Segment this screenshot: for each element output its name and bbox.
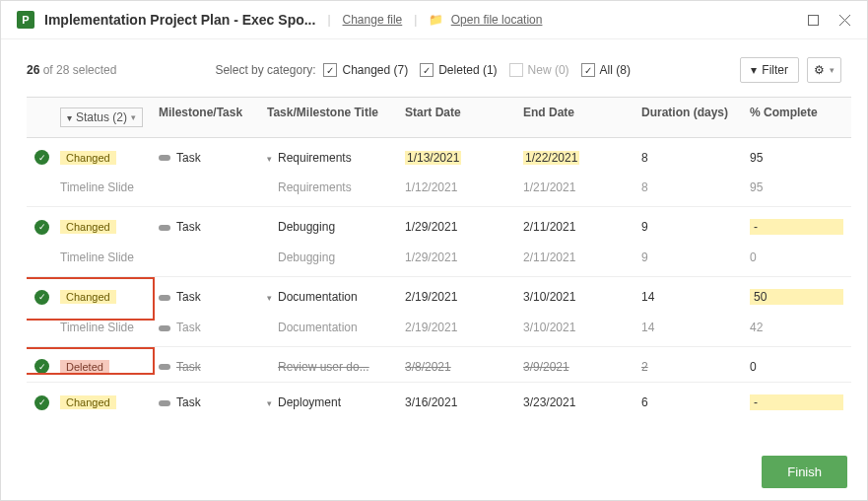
status-badge: Changed: [60, 151, 116, 165]
cell-duration: 14: [634, 282, 742, 312]
header-duration[interactable]: Duration (days): [634, 98, 742, 137]
cell-start: 3/8/2021: [397, 352, 515, 382]
status-badge: Changed: [60, 395, 116, 409]
header-type[interactable]: Milestone/Task: [151, 98, 259, 137]
task-pill-icon: [159, 364, 170, 370]
cell-type: Task: [151, 313, 259, 342]
cell-end: 3/10/2021: [515, 282, 634, 312]
check-circle-icon[interactable]: ✓: [34, 150, 49, 165]
finish-button[interactable]: Finish: [762, 456, 847, 488]
cell-type: [151, 179, 259, 195]
footer: Finish: [1, 444, 867, 500]
task-pill-icon: [159, 295, 170, 301]
cell-end: 1/21/2021: [515, 173, 634, 202]
table-row[interactable]: ✓ChangedTask▾Documentation2/19/20213/10/…: [27, 277, 851, 347]
maximize-button[interactable]: [806, 13, 820, 27]
table-row[interactable]: ✓ChangedTaskDebugging1/29/20212/11/20219…: [27, 207, 851, 277]
cell-duration: 6: [634, 418, 742, 424]
funnel-icon: ▾: [751, 63, 757, 77]
cell-type: Task: [151, 352, 259, 382]
cell-title: ▾Deployment: [259, 388, 397, 417]
svg-rect-0: [808, 15, 818, 25]
cell-complete: 50: [742, 281, 851, 313]
cell-end: 3/23/2021: [515, 418, 634, 424]
settings-button[interactable]: ⚙▾: [807, 57, 841, 83]
window-title: Implementation Project Plan - Exec Spo..…: [44, 12, 315, 28]
table-row[interactable]: ✓ChangedTask▾Deployment3/16/20213/23/202…: [27, 383, 851, 424]
cell-title: Review user do...: [259, 352, 397, 382]
check-circle-icon[interactable]: ✓: [34, 290, 49, 305]
check-circle-icon[interactable]: ✓: [34, 220, 49, 235]
cell-complete: 95: [742, 173, 851, 202]
header-complete[interactable]: % Complete: [742, 98, 851, 137]
data-grid: ▾Status (2)▾ Milestone/Task Task/Milesto…: [27, 97, 851, 424]
cell-start: 3/16/2021: [397, 388, 515, 417]
checkbox-deleted[interactable]: Deleted (1): [420, 63, 497, 77]
task-pill-icon: [159, 400, 170, 406]
cell-type: Task: [151, 212, 259, 242]
checkbox-icon: [420, 63, 434, 77]
cell-complete: 0: [742, 418, 851, 424]
checkbox-new[interactable]: New (0): [509, 63, 569, 77]
checkbox-icon: [581, 63, 595, 77]
cell-source: Timeline Slide: [52, 313, 151, 342]
cell-start: 2/19/2021: [397, 313, 515, 342]
caret-icon: ▾: [267, 154, 276, 164]
check-circle-icon[interactable]: ✓: [34, 359, 49, 374]
grid-header: ▾Status (2)▾ Milestone/Task Task/Milesto…: [27, 98, 851, 138]
header-start[interactable]: Start Date: [397, 98, 515, 137]
change-file-link[interactable]: Change file: [343, 13, 403, 27]
cell-duration: 2: [634, 352, 742, 382]
cell-title: Requirements: [259, 173, 397, 202]
cell-end: 2/11/2021: [515, 212, 634, 242]
checkbox-all[interactable]: All (8): [581, 63, 631, 77]
cell-title: Documentation: [259, 313, 397, 342]
cell-duration: 9: [634, 212, 742, 242]
header-check: [27, 98, 52, 137]
cell-start: 1/29/2021: [397, 212, 515, 242]
cell-duration: 9: [634, 243, 742, 272]
close-button[interactable]: [837, 13, 851, 27]
status-badge: Changed: [60, 290, 116, 304]
grid-body[interactable]: ✓ChangedTask▾Requirements1/13/20211/22/2…: [27, 138, 851, 424]
table-row[interactable]: ✓DeletedTaskReview user do...3/8/20213/9…: [27, 347, 851, 383]
cell-title: ▾Requirements: [259, 143, 397, 173]
open-folder-group[interactable]: 📁 Open file location: [429, 13, 542, 27]
gear-icon: ⚙: [814, 63, 825, 77]
cell-type: Task: [151, 388, 259, 417]
cell-duration: 6: [634, 388, 742, 417]
cell-complete: 95: [742, 143, 851, 173]
checkbox-icon: [509, 63, 523, 77]
cell-type: [151, 250, 259, 265]
filter-button[interactable]: ▾Filter: [740, 57, 799, 83]
toolbar: 26 of 28 selected Select by category: Ch…: [1, 39, 867, 97]
cell-type: Task: [151, 143, 259, 173]
separator: |: [327, 13, 330, 27]
cell-source: Timeline Slide: [52, 173, 151, 202]
cell-source: Timeline Slide: [52, 418, 151, 424]
chevron-down-icon: ▾: [131, 112, 136, 122]
task-pill-icon: [159, 325, 170, 331]
cell-complete: 0: [742, 352, 851, 382]
cell-end: 3/10/2021: [515, 313, 634, 342]
check-circle-icon[interactable]: ✓: [34, 395, 49, 410]
header-status[interactable]: ▾Status (2)▾: [52, 98, 151, 137]
table-row[interactable]: ✓ChangedTask▾Requirements1/13/20211/22/2…: [27, 138, 851, 207]
header-end[interactable]: End Date: [515, 98, 634, 137]
task-pill-icon: [159, 225, 170, 231]
cell-duration: 14: [634, 313, 742, 342]
task-pill-icon: [159, 155, 170, 161]
cell-duration: 8: [634, 173, 742, 202]
header-title[interactable]: Task/Milestone Title: [259, 98, 397, 137]
caret-icon: ▾: [267, 293, 276, 303]
status-badge: Changed: [60, 220, 116, 234]
cell-start: 1/13/2021: [397, 143, 515, 173]
checkbox-changed[interactable]: Changed (7): [323, 63, 408, 77]
cell-type: Task: [151, 282, 259, 312]
grid-area: ▾Status (2)▾ Milestone/Task Task/Milesto…: [1, 97, 867, 444]
cell-start: 3/16/2021: [397, 418, 515, 424]
cell-title: Deployment: [259, 418, 397, 424]
cell-title: Debugging: [259, 243, 397, 272]
cell-complete: 42: [742, 313, 851, 342]
status-badge: Deleted: [60, 360, 109, 374]
